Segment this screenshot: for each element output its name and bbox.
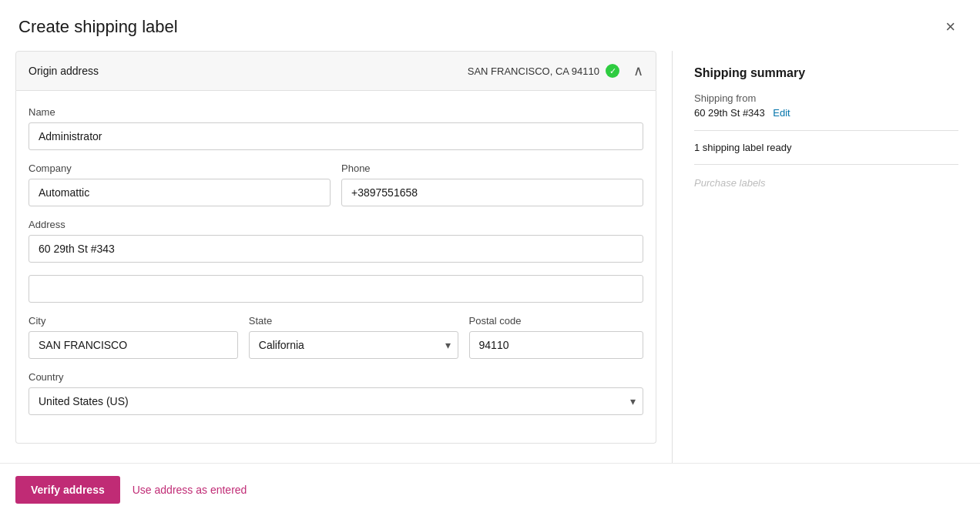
verified-check-icon: ✓ (606, 64, 619, 78)
origin-address-title: Origin address (29, 65, 99, 77)
phone-label: Phone (341, 163, 643, 174)
phone-group: Phone (341, 163, 643, 206)
city-group: City (29, 315, 238, 359)
postal-group: Postal code (469, 315, 643, 359)
country-group: Country United States (US) (29, 371, 643, 415)
modal-body: Origin address SAN FRANCISCO, CA 94110 ✓… (0, 51, 980, 463)
collapse-button[interactable]: ∧ (633, 62, 643, 79)
shipping-from-value: 60 29th St #343 Edit (694, 106, 958, 119)
purchase-placeholder: Purchase labels (694, 177, 766, 189)
country-select[interactable]: United States (US) (29, 387, 643, 415)
company-input[interactable] (29, 179, 331, 206)
modal-title: Create shipping label (18, 17, 178, 37)
footer-actions: Verify address Use address as entered (0, 463, 980, 516)
city-label: City (29, 315, 238, 327)
city-state-postal-row: City State California Postal code (29, 315, 643, 371)
header-meta: SAN FRANCISCO, CA 94110 ✓ ∧ (468, 62, 643, 79)
postal-input[interactable] (469, 331, 643, 359)
origin-address-form: Name Company Phone Address (15, 91, 656, 444)
phone-input[interactable] (341, 179, 643, 206)
state-select-wrapper: California (249, 331, 458, 359)
address-group: Address (29, 219, 643, 263)
label-ready-count: 1 shipping label ready (694, 142, 958, 153)
company-label: Company (29, 163, 331, 174)
shipping-summary-title: Shipping summary (694, 66, 958, 80)
name-input[interactable] (29, 122, 643, 150)
right-panel: Shipping summary Shipping from 60 29th S… (672, 51, 980, 463)
address-input[interactable] (29, 235, 643, 263)
left-panel: Origin address SAN FRANCISCO, CA 94110 ✓… (0, 51, 672, 463)
origin-address-meta: SAN FRANCISCO, CA 94110 ✓ (468, 64, 619, 78)
close-button[interactable]: × (939, 15, 962, 39)
state-group: State California (249, 315, 458, 359)
edit-address-link[interactable]: Edit (773, 107, 790, 119)
postal-label: Postal code (469, 315, 643, 327)
use-as-entered-button[interactable]: Use address as entered (133, 484, 247, 496)
state-label: State (249, 315, 458, 327)
purchase-section: Purchase labels (694, 164, 958, 189)
address2-input[interactable] (29, 275, 643, 303)
company-group: Company (29, 163, 331, 206)
modal-header: Create shipping label × (0, 0, 980, 51)
address2-group (29, 275, 643, 303)
modal: Create shipping label × Origin address S… (0, 0, 980, 516)
name-label: Name (29, 106, 643, 118)
origin-address-header: Origin address SAN FRANCISCO, CA 94110 ✓… (15, 51, 656, 91)
company-phone-row: Company Phone (29, 163, 643, 219)
country-label: Country (29, 371, 643, 383)
verify-address-button[interactable]: Verify address (15, 476, 120, 504)
name-group: Name (29, 106, 643, 150)
city-input[interactable] (29, 331, 238, 359)
shipping-from-section: Shipping from 60 29th St #343 Edit (694, 92, 958, 131)
country-select-wrapper: United States (US) (29, 387, 643, 415)
address-label: Address (29, 219, 643, 230)
state-select[interactable]: California (249, 331, 458, 359)
shipping-from-label: Shipping from (694, 92, 958, 104)
